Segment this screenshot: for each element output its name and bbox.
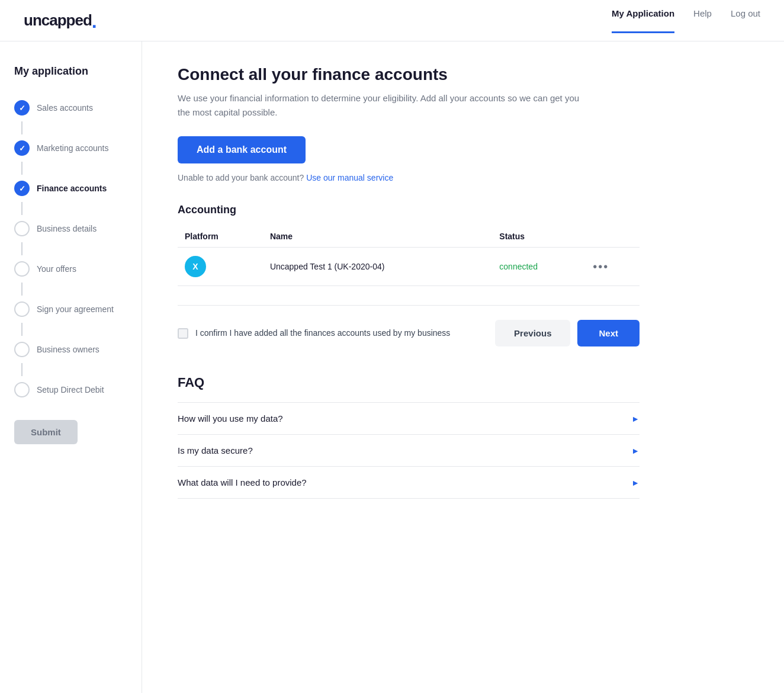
sidebar: My application Sales accounts Marketing … <box>0 41 142 693</box>
faq-item-1[interactable]: How will you use my data? ► <box>178 402 640 434</box>
more-options-button[interactable]: ••• <box>593 260 609 273</box>
step-icon-business-details <box>14 221 30 236</box>
step-icon-business-owners <box>14 342 30 357</box>
faq-item-3[interactable]: What data will I need to provide? ► <box>178 466 640 499</box>
manual-service-text: Unable to add your bank account? Use our… <box>178 173 640 182</box>
sidebar-item-finance-accounts[interactable]: Finance accounts <box>14 175 127 202</box>
col-status: Status <box>492 226 586 248</box>
faq-title: FAQ <box>178 375 640 390</box>
sidebar-item-your-offers[interactable]: Your offers <box>14 255 127 283</box>
add-bank-account-button[interactable]: Add a bank account <box>178 136 306 163</box>
step-label-finance-accounts: Finance accounts <box>37 184 107 193</box>
col-platform: Platform <box>178 226 263 248</box>
nav-help[interactable]: Help <box>693 8 712 33</box>
step-connector-6 <box>21 323 23 336</box>
page-title: Connect all your finance accounts <box>178 65 640 84</box>
logo: uncapped. <box>24 11 97 30</box>
step-label-sales-accounts: Sales accounts <box>37 103 93 113</box>
step-label-your-offers: Your offers <box>37 264 76 274</box>
sidebar-item-sign-agreement[interactable]: Sign your agreement <box>14 296 127 323</box>
sidebar-item-setup-direct-debit[interactable]: Setup Direct Debit <box>14 376 127 403</box>
step-connector-4 <box>21 242 23 255</box>
manual-service-link[interactable]: Use our manual service <box>306 173 393 182</box>
confirm-section: I confirm I have added all the finances … <box>178 305 640 346</box>
step-connector-7 <box>21 363 23 376</box>
next-button[interactable]: Next <box>577 320 640 346</box>
submit-button[interactable]: Submit <box>14 420 78 444</box>
sidebar-item-business-owners[interactable]: Business owners <box>14 336 127 363</box>
main-nav: My Application Help Log out <box>612 8 760 33</box>
accounts-table: Platform Name Status X Uncapped Test 1 (… <box>178 226 640 286</box>
name-cell: Uncapped Test 1 (UK-2020-04) <box>263 248 492 286</box>
step-icon-marketing-accounts <box>14 140 30 156</box>
step-label-sign-agreement: Sign your agreement <box>37 304 114 314</box>
sidebar-steps: Sales accounts Marketing accounts Financ… <box>14 94 127 403</box>
step-icon-setup-direct-debit <box>14 382 30 397</box>
faq-question-1: How will you use my data? <box>178 413 283 424</box>
step-icon-your-offers <box>14 261 30 277</box>
manual-service-prefix: Unable to add your bank account? <box>178 173 304 182</box>
sidebar-item-marketing-accounts[interactable]: Marketing accounts <box>14 134 127 162</box>
nav-logout[interactable]: Log out <box>731 8 760 33</box>
faq-chevron-3: ► <box>631 478 640 487</box>
header: uncapped. My Application Help Log out <box>0 0 784 41</box>
table-row: X Uncapped Test 1 (UK-2020-04) connected… <box>178 248 640 286</box>
step-label-marketing-accounts: Marketing accounts <box>37 143 108 153</box>
actions-cell: ••• <box>586 248 640 286</box>
col-actions <box>586 226 640 248</box>
page-description: We use your financial information to det… <box>178 91 580 120</box>
step-label-business-owners: Business owners <box>37 345 99 354</box>
status-cell: connected <box>492 248 586 286</box>
sidebar-title: My application <box>14 65 127 78</box>
sidebar-item-business-details[interactable]: Business details <box>14 215 127 242</box>
confirm-text: I confirm I have added all the finances … <box>195 327 450 339</box>
xero-logo: X <box>185 256 206 277</box>
nav-my-application[interactable]: My Application <box>612 8 674 33</box>
platform-cell: X <box>178 248 263 286</box>
action-buttons: Previous Next <box>495 320 640 346</box>
step-connector-2 <box>21 162 23 175</box>
logo-dot: . <box>92 11 97 32</box>
faq-chevron-2: ► <box>631 446 640 455</box>
logo-text: uncapped <box>24 11 92 29</box>
step-icon-sign-agreement <box>14 301 30 317</box>
faq-question-3: What data will I need to provide? <box>178 477 307 487</box>
step-connector-3 <box>21 202 23 215</box>
col-name: Name <box>263 226 492 248</box>
step-icon-sales-accounts <box>14 100 30 116</box>
faq-item-2[interactable]: Is my data secure? ► <box>178 434 640 466</box>
step-connector-1 <box>21 121 23 134</box>
page-layout: My application Sales accounts Marketing … <box>0 41 784 693</box>
step-icon-finance-accounts <box>14 181 30 196</box>
step-label-setup-direct-debit: Setup Direct Debit <box>37 385 104 394</box>
faq-question-2: Is my data secure? <box>178 445 253 455</box>
sidebar-item-sales-accounts[interactable]: Sales accounts <box>14 94 127 121</box>
status-connected: connected <box>499 262 538 271</box>
accounting-section-title: Accounting <box>178 204 640 216</box>
step-connector-5 <box>21 283 23 296</box>
confirm-checkbox[interactable] <box>178 328 188 339</box>
previous-button[interactable]: Previous <box>495 320 570 346</box>
confirm-left: I confirm I have added all the finances … <box>178 327 450 339</box>
main-content: Connect all your finance accounts We use… <box>142 41 675 693</box>
faq-chevron-1: ► <box>631 414 640 424</box>
step-label-business-details: Business details <box>37 224 97 233</box>
